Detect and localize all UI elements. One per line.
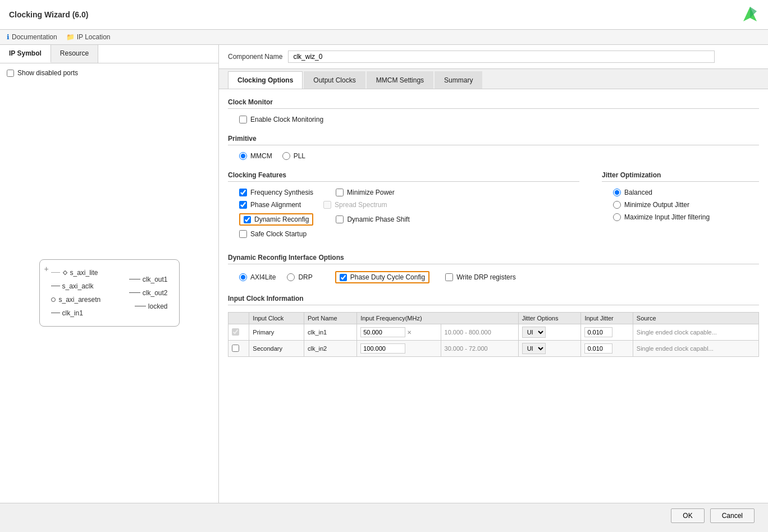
cancel-button[interactable]: Cancel — [710, 508, 755, 523]
safe-clock-startup-checkbox[interactable] — [239, 230, 247, 238]
tab-mmcm-settings[interactable]: MMCM Settings — [367, 71, 433, 89]
interface-drp-label: DRP — [298, 273, 312, 281]
info-icon: ℹ — [7, 33, 10, 41]
clock-monitor-inner: Enable Clock Monitoring — [228, 116, 759, 123]
secondary-jitter-input[interactable] — [584, 343, 612, 354]
tab-summary[interactable]: Summary — [435, 71, 482, 89]
phase-duty-checkbox[interactable] — [340, 274, 347, 281]
enable-clock-monitoring-checkbox[interactable] — [239, 116, 247, 123]
primary-checkbox-cell — [228, 324, 249, 341]
documentation-label: Documentation — [12, 33, 57, 41]
primary-jitter-input[interactable] — [584, 327, 612, 337]
enable-clock-monitoring-label: Enable Clock Monitoring — [250, 116, 323, 123]
right-ports: clk_out1 clk_out2 locked — [127, 276, 168, 310]
interface-drp-radio[interactable] — [287, 273, 295, 281]
primary-freq-input[interactable] — [360, 327, 405, 337]
jitter-optimization-title: Jitter Optimization — [602, 171, 759, 182]
primitive-radio-row: MMCM PLL — [239, 152, 759, 160]
primary-port-name: clk_in1 — [304, 324, 357, 341]
jitter-balanced-row: Balanced — [613, 189, 759, 196]
port-label-clk-in1: clk_in1 — [62, 309, 83, 317]
write-drp-row: Write DRP registers — [445, 273, 516, 281]
left-tab-bar: IP Symbol Resource — [0, 45, 218, 63]
phase-duty-highlighted: Phase Duty Cycle Config — [335, 271, 429, 283]
dynamic-reconfig-highlighted: Dynamic Reconfig — [239, 213, 313, 226]
frequency-synthesis-row: Frequency Synthesis — [239, 189, 313, 196]
primitive-title: Primitive — [228, 135, 759, 145]
secondary-source-cell: Single ended clock capabl... — [633, 341, 758, 357]
primitive-mmcm-label: MMCM — [250, 152, 272, 160]
port-s-axi-aclk: s_axi_aclk — [51, 282, 101, 290]
minimize-power-checkbox[interactable] — [336, 189, 344, 196]
secondary-jitter-select[interactable]: UI ps — [522, 343, 546, 354]
show-disabled-label: Show disabled ports — [17, 69, 78, 77]
primary-jitter-cell — [581, 324, 633, 341]
frequency-synthesis-checkbox[interactable] — [239, 189, 247, 196]
expand-icon[interactable]: + — [44, 264, 49, 273]
folder-icon: 📁 — [66, 33, 75, 41]
component-name-input[interactable] — [288, 51, 715, 63]
tab-ip-symbol[interactable]: IP Symbol — [0, 45, 51, 63]
input-clock-row-primary: Primary clk_in1 ✕ 10.000 - 800.000 — [228, 324, 759, 341]
content-area[interactable]: Clock Monitor Enable Clock Monitoring Pr… — [219, 89, 768, 503]
ip-location-link[interactable]: 📁 IP Location — [66, 33, 111, 41]
tab-resource[interactable]: Resource — [51, 45, 98, 63]
interface-axi4lite-radio[interactable] — [239, 273, 247, 281]
right-panel: Component Name Clocking Options Output C… — [219, 45, 768, 503]
primitive-section: Primitive MMCM PLL — [228, 135, 759, 160]
left-ports: s_axi_lite s_axi_aclk s_axi_aresetn — [51, 269, 101, 317]
primary-jitter-select[interactable]: UI ps — [522, 327, 546, 338]
write-drp-checkbox[interactable] — [445, 273, 453, 281]
primitive-mmcm-radio[interactable] — [239, 152, 247, 160]
enable-clock-monitoring-row: Enable Clock Monitoring — [239, 116, 759, 123]
port-clk-out1: clk_out1 — [127, 276, 168, 283]
primitive-pll-radio[interactable] — [282, 152, 290, 160]
secondary-freq-cell — [357, 341, 441, 357]
input-clock-title: Input Clock Information — [228, 295, 759, 305]
jitter-col: Jitter Optimization Balanced Minimize Ou… — [602, 171, 759, 242]
ip-ports: s_axi_lite s_axi_aclk s_axi_aresetn — [51, 269, 168, 317]
clear-freq-icon[interactable]: ✕ — [407, 329, 412, 336]
clock-monitor-section: Clock Monitor Enable Clock Monitoring — [228, 98, 759, 123]
jitter-maximize-radio[interactable] — [613, 213, 621, 221]
tab-clocking-options[interactable]: Clocking Options — [228, 71, 303, 89]
ip-symbol-box: + s_axi_lite s_axi_aclk — [39, 259, 180, 327]
jitter-maximize-label: Maximize Input Jitter filtering — [624, 213, 710, 221]
primary-enable-checkbox[interactable] — [232, 328, 239, 336]
dynamic-phase-shift-checkbox[interactable] — [336, 215, 344, 223]
port-clk-out2: clk_out2 — [127, 289, 168, 297]
jitter-balanced-radio[interactable] — [613, 189, 621, 196]
tab-output-clocks[interactable]: Output Clocks — [304, 71, 365, 89]
primary-source-cell: Single ended clock capable... — [633, 324, 758, 341]
col-jitter-options: Jitter Options — [518, 313, 581, 324]
dynamic-reconfig-label: Dynamic Reconfig — [254, 215, 309, 223]
spread-spectrum-label: Spread Spectrum — [335, 201, 387, 209]
jitter-minimize-radio[interactable] — [613, 201, 621, 209]
show-disabled-checkbox[interactable] — [7, 70, 14, 77]
logo-icon — [741, 6, 759, 24]
primary-freq-cell: ✕ — [357, 324, 441, 341]
port-label-clk-out2: clk_out2 — [143, 289, 168, 297]
col-input-jitter: Input Jitter — [581, 313, 633, 324]
jitter-minimize-row: Minimize Output Jitter — [613, 201, 759, 209]
secondary-checkbox-cell — [228, 341, 249, 357]
documentation-link[interactable]: ℹ Documentation — [7, 33, 57, 41]
spread-spectrum-checkbox[interactable] — [323, 201, 331, 209]
phase-alignment-label: Phase Alignment — [250, 201, 301, 209]
spread-spectrum-row: Spread Spectrum — [323, 201, 387, 209]
jitter-minimize-label: Minimize Output Jitter — [624, 201, 689, 209]
col-source: Source — [633, 313, 758, 324]
ip-location-label: IP Location — [77, 33, 111, 41]
secondary-freq-input[interactable] — [360, 343, 405, 354]
phase-alignment-checkbox[interactable] — [239, 201, 247, 209]
ok-button[interactable]: OK — [671, 508, 704, 523]
col-freq: Input Frequency(MHz) — [357, 313, 519, 324]
clock-monitor-title: Clock Monitor — [228, 98, 759, 109]
dynamic-reconfig-checkbox[interactable] — [244, 216, 251, 223]
clocking-features-title: Clocking Features — [228, 171, 579, 182]
port-label-s-axi-lite: s_axi_lite — [70, 269, 98, 277]
phase-duty-label: Phase Duty Cycle Config — [350, 273, 425, 281]
secondary-enable-checkbox[interactable] — [232, 345, 239, 352]
primitive-inner: MMCM PLL — [228, 152, 759, 160]
clocking-features-section: Clocking Features Frequency Synthesis — [228, 171, 759, 242]
